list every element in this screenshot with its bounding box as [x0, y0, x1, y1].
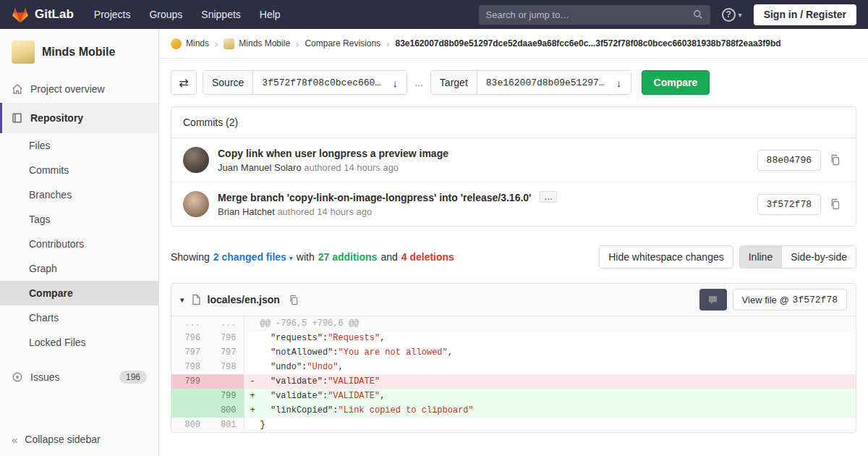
group-avatar — [171, 38, 182, 49]
help-dropdown[interactable]: ? ▾ — [722, 8, 742, 22]
nav-help[interactable]: Help — [260, 9, 281, 20]
project-name: Minds Mobile — [42, 46, 115, 59]
breadcrumb-label: Compare Revisions — [305, 38, 380, 48]
old-line-number[interactable]: 800 — [171, 418, 208, 432]
diff-context-row: 800 801 } — [171, 418, 856, 432]
sidebar-item-label: Repository — [30, 112, 83, 124]
nav-snippets[interactable]: Snippets — [201, 9, 240, 20]
toggle-commit-description-button[interactable]: … — [540, 191, 557, 203]
commit-sha-link[interactable]: 3f572f78 — [757, 194, 821, 215]
commit-author-avatar[interactable] — [183, 147, 209, 173]
sidebar-nav: Project overview Repository Files Commit… — [0, 75, 158, 391]
comment-icon — [707, 295, 718, 305]
view-file-button[interactable]: View file @ 3f572f78 — [733, 289, 847, 311]
old-line-number[interactable] — [171, 403, 208, 418]
new-line-number[interactable] — [208, 374, 244, 389]
gitlab-home-link[interactable]: GitLab — [12, 7, 74, 23]
revision-range-separator: ... — [413, 77, 425, 88]
diff-view-toggle: Inline Side-by-side — [739, 245, 856, 269]
compare-button[interactable]: Compare — [642, 70, 710, 95]
breadcrumb-current-revisions: 83e162007d8b09e51297dce52daae9a68fcc6e0c… — [395, 38, 780, 48]
code-line: + "linkCopied":"Link copied to clipboard… — [244, 403, 856, 418]
code-line: "undo":"Undo", — [244, 360, 856, 374]
sidebar-item-issues[interactable]: Issues 196 — [0, 363, 158, 391]
copy-icon — [830, 198, 841, 210]
sidebar-subitem-locked-files[interactable]: Locked Files — [0, 330, 158, 355]
file-name-link[interactable]: locales/en.json — [208, 294, 280, 305]
navbar-right: Search or jump to… ? ▾ Sign in / Registe… — [479, 4, 856, 25]
hide-whitespace-button[interactable]: Hide whitespace changes — [599, 245, 733, 269]
inline-view-button[interactable]: Inline — [740, 246, 781, 268]
changed-files-dropdown[interactable]: 2 changed files ▾ — [213, 251, 293, 263]
old-line-number[interactable] — [171, 389, 208, 403]
sidebar-subitem-charts[interactable]: Charts — [0, 305, 158, 330]
sidebar-subitem-commits[interactable]: Commits — [0, 158, 158, 182]
target-revision-dropdown[interactable]: 83e162007d8b09e51297… ↓ — [477, 71, 631, 94]
diff-context-row: 796 796 "requests":"Requests", — [171, 331, 856, 345]
target-label: Target — [431, 71, 477, 94]
nav-groups[interactable]: Groups — [149, 9, 182, 20]
sidebar-subitem-graph[interactable]: Graph — [0, 256, 158, 281]
breadcrumb: Minds › Minds Mobile › Compare Revisions… — [159, 29, 868, 59]
file-diff-actions: View file @ 3f572f78 — [699, 289, 847, 311]
commits-panel-title: Commits (2) — [171, 107, 856, 138]
commit-author-link[interactable]: Juan Manuel Solaro — [218, 162, 302, 173]
sidebar-subitem-tags[interactable]: Tags — [0, 207, 158, 232]
sidebar-subitem-contributors[interactable]: Contributors — [0, 232, 158, 256]
new-line-number[interactable]: 800 — [208, 403, 244, 418]
diff-hunk-row: ... ... @@ -796,5 +796,6 @@ — [171, 316, 856, 331]
breadcrumb-group[interactable]: Minds — [171, 38, 209, 49]
new-line-number[interactable]: 796 — [208, 331, 244, 345]
collapse-file-button[interactable]: ▾ — [180, 295, 184, 305]
breadcrumb-project[interactable]: Minds Mobile — [224, 38, 290, 49]
search-icon — [693, 9, 703, 20]
new-line-number[interactable]: 798 — [208, 360, 244, 374]
top-nav-menu: Projects Groups Snippets Help — [94, 9, 281, 20]
repository-submenu: Files Commits Branches Tags Contributors… — [0, 133, 158, 355]
commit-title-link[interactable]: Merge branch 'copy-link-on-image-longpre… — [218, 192, 531, 203]
breadcrumb-compare-revisions[interactable]: Compare Revisions — [305, 38, 380, 48]
sidebar-item-project-overview[interactable]: Project overview — [0, 75, 158, 103]
diff-summary-bar: Showing2 changed files ▾with27 additions… — [171, 245, 856, 269]
new-line-number[interactable]: 799 — [208, 389, 244, 403]
commit-title-link[interactable]: Copy link when user longpress a preview … — [218, 148, 448, 159]
commit-author-avatar[interactable] — [183, 191, 209, 217]
side-by-side-view-button[interactable]: Side-by-side — [781, 246, 856, 268]
copy-sha-button[interactable] — [827, 195, 844, 213]
view-file-sha: 3f572f78 — [793, 295, 838, 305]
toggle-file-comments-button[interactable] — [699, 289, 727, 311]
collapse-sidebar-label: Collapse sidebar — [25, 434, 100, 445]
old-line-number[interactable]: 798 — [171, 360, 208, 374]
sidebar-item-label: Project overview — [30, 83, 105, 95]
arrow-down-icon: ↓ — [608, 77, 631, 89]
commits-panel: Commits (2) Copy link when user longpres… — [171, 106, 856, 227]
arrow-down-icon: ↓ — [383, 77, 407, 89]
copy-sha-button[interactable] — [827, 151, 844, 169]
top-navbar: GitLab Projects Groups Snippets Help Sea… — [0, 0, 868, 29]
sign-in-button[interactable]: Sign in / Register — [754, 4, 856, 25]
project-context-link[interactable]: Minds Mobile — [0, 29, 158, 75]
swap-revisions-button[interactable]: ⇄ — [171, 70, 197, 95]
commit-authored-time: authored 14 hours ago — [304, 162, 399, 173]
project-mini-avatar — [224, 38, 234, 49]
source-revision-dropdown[interactable]: 3f572f78f08c0bcec660… ↓ — [253, 71, 407, 94]
diff-stats-text: and — [380, 251, 397, 263]
collapse-sidebar-button[interactable]: « Collapse sidebar — [0, 423, 158, 456]
nav-projects[interactable]: Projects — [94, 9, 131, 20]
sidebar-item-repository[interactable]: Repository — [0, 103, 158, 133]
old-line-number[interactable]: 799 — [171, 374, 208, 389]
project-avatar — [12, 41, 35, 64]
old-line-number[interactable]: 797 — [171, 345, 208, 360]
new-line-number[interactable]: 801 — [208, 418, 244, 432]
copy-file-path-button[interactable] — [286, 292, 302, 308]
sidebar-subitem-files[interactable]: Files — [0, 133, 158, 158]
search-input[interactable]: Search or jump to… — [479, 5, 710, 25]
repository-icon — [12, 112, 23, 124]
commit-author-link[interactable]: Brian Hatchet — [218, 206, 275, 217]
old-line-number[interactable]: 796 — [171, 331, 208, 345]
target-revision-value: 83e162007d8b09e51297… — [477, 77, 608, 88]
new-line-number[interactable]: 797 — [208, 345, 244, 360]
sidebar-subitem-compare[interactable]: Compare — [0, 281, 158, 305]
commit-sha-link[interactable]: 88e04796 — [757, 150, 821, 171]
sidebar-subitem-branches[interactable]: Branches — [0, 182, 158, 207]
